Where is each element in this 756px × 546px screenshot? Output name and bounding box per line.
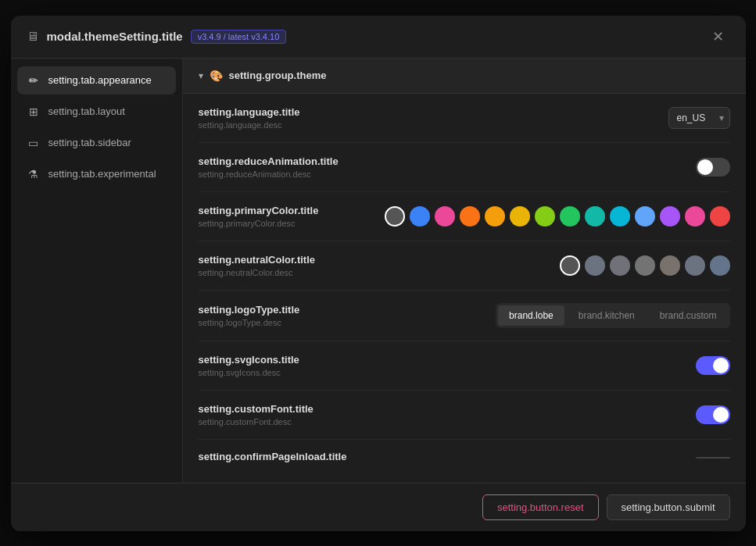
color-dot-8[interactable] xyxy=(585,206,605,227)
neutral-dot-4[interactable] xyxy=(660,255,680,276)
neutral-color-dots xyxy=(560,255,730,276)
experimental-icon: ⚗ xyxy=(27,168,41,180)
version-badge: v3.4.9 / latest v3.4.10 xyxy=(191,30,287,44)
logo-type-title: setting.logoType.title xyxy=(199,304,496,316)
color-dot-5[interactable] xyxy=(510,206,530,227)
modal-header-left: 🖥 modal.themeSetting.title v3.4.9 / late… xyxy=(27,30,287,44)
setting-info-neutral-color: setting.neutralColor.title setting.neutr… xyxy=(199,254,560,277)
primary-color-title: setting.primaryColor.title xyxy=(199,205,385,216)
neutral-dot-2[interactable] xyxy=(610,255,630,276)
logo-button-group: brand.lobe brand.kitchen brand.custom xyxy=(496,303,729,328)
modal-overlay: 🖥 modal.themeSetting.title v3.4.9 / late… xyxy=(0,0,756,546)
language-select-wrapper: en_US zh_CN zh_TW ja ko xyxy=(668,107,730,129)
reduce-animation-toggle[interactable] xyxy=(696,158,730,177)
group-title: setting.group.theme xyxy=(229,70,327,81)
setting-row-custom-font: setting.customFont.title setting.customF… xyxy=(199,391,730,440)
neutral-dot-0[interactable] xyxy=(560,255,580,276)
color-dot-7[interactable] xyxy=(560,206,580,227)
chevron-down-icon: ▾ xyxy=(199,70,203,81)
modal-title: modal.themeSetting.title xyxy=(47,30,183,43)
sidebar-item-layout-label: setting.tab.layout xyxy=(48,105,125,117)
group-header: ▾ 🎨 setting.group.theme xyxy=(183,59,746,94)
setting-row-reduce-animation: setting.reduceAnimation.title setting.re… xyxy=(199,143,730,192)
color-dot-6[interactable] xyxy=(535,206,555,227)
partial-line xyxy=(696,457,730,459)
reset-button[interactable]: setting.button.reset xyxy=(482,494,599,520)
confirm-page-control xyxy=(696,457,730,459)
setting-row-language: setting.language.title setting.language.… xyxy=(199,94,730,143)
sidebar-item-layout[interactable]: ⊞ setting.tab.layout xyxy=(17,98,176,126)
custom-font-title: setting.customFont.title xyxy=(199,403,696,415)
modal: 🖥 modal.themeSetting.title v3.4.9 / late… xyxy=(11,16,746,531)
reduce-animation-desc: setting.reduceAnimation.desc xyxy=(199,170,696,179)
setting-info-reduce-animation: setting.reduceAnimation.title setting.re… xyxy=(199,155,696,179)
setting-row-confirm-page: setting.confirmPageInload.title xyxy=(199,440,730,471)
sidebar-item-appearance-label: setting.tab.appearance xyxy=(48,74,152,86)
modal-header: 🖥 modal.themeSetting.title v3.4.9 / late… xyxy=(11,16,746,59)
color-dot-10[interactable] xyxy=(635,206,655,227)
color-dot-4[interactable] xyxy=(485,206,505,227)
layout-icon: ⊞ xyxy=(27,105,41,118)
neutral-color-title: setting.neutralColor.title xyxy=(199,254,560,266)
svg-icons-title: setting.svgIcons.title xyxy=(199,354,696,366)
reduce-animation-title: setting.reduceAnimation.title xyxy=(199,155,696,167)
svg-icons-toggle[interactable] xyxy=(696,356,730,375)
primary-color-control xyxy=(385,206,730,227)
appearance-icon: ✏ xyxy=(27,74,41,87)
logo-type-control: brand.lobe brand.kitchen brand.custom xyxy=(496,303,729,328)
sidebar-item-experimental-label: setting.tab.experimental xyxy=(48,168,156,180)
neutral-dot-3[interactable] xyxy=(635,255,655,276)
modal-title-icon: 🖥 xyxy=(27,30,39,44)
custom-font-desc: setting.customFont.desc xyxy=(199,417,696,426)
svg-icons-desc: setting.svgIcons.desc xyxy=(199,368,696,377)
color-dot-13[interactable] xyxy=(710,206,730,227)
logo-type-desc: setting.logoType.desc xyxy=(199,318,496,327)
setting-row-primary-color: setting.primaryColor.title setting.prima… xyxy=(199,192,730,241)
settings-list: setting.language.title setting.language.… xyxy=(183,94,746,471)
color-dot-1[interactable] xyxy=(410,206,430,227)
confirm-page-title: setting.confirmPageInload.title xyxy=(199,451,696,462)
setting-info-svg-icons: setting.svgIcons.title setting.svgIcons.… xyxy=(199,354,696,377)
neutral-dot-5[interactable] xyxy=(685,255,705,276)
color-dot-3[interactable] xyxy=(460,206,480,227)
svg-icons-control xyxy=(696,356,730,375)
sidebar: ✏ setting.tab.appearance ⊞ setting.tab.l… xyxy=(11,59,183,483)
color-dot-9[interactable] xyxy=(610,206,630,227)
primary-color-desc: setting.primaryColor.desc xyxy=(199,219,385,228)
sidebar-icon-img: ▭ xyxy=(27,137,41,149)
language-select[interactable]: en_US zh_CN zh_TW ja ko xyxy=(668,107,730,129)
color-dot-12[interactable] xyxy=(685,206,705,227)
primary-color-dots xyxy=(385,206,730,227)
language-title: setting.language.title xyxy=(199,106,668,118)
language-desc: setting.language.desc xyxy=(199,120,668,130)
setting-info-primary-color: setting.primaryColor.title setting.prima… xyxy=(199,205,385,228)
logo-btn-kitchen[interactable]: brand.kitchen xyxy=(568,305,646,326)
sidebar-item-appearance[interactable]: ✏ setting.tab.appearance xyxy=(17,66,176,95)
setting-info-confirm-page: setting.confirmPageInload.title xyxy=(199,451,696,465)
custom-font-control xyxy=(696,405,730,424)
language-control: en_US zh_CN zh_TW ja ko xyxy=(668,107,730,129)
sidebar-item-sidebar[interactable]: ▭ setting.tab.sidebar xyxy=(17,129,176,157)
neutral-color-control xyxy=(560,255,730,276)
setting-info-custom-font: setting.customFont.title setting.customF… xyxy=(199,403,696,426)
sidebar-item-experimental[interactable]: ⚗ setting.tab.experimental xyxy=(17,160,176,188)
neutral-dot-1[interactable] xyxy=(585,255,605,276)
settings-content: ▾ 🎨 setting.group.theme setting.language… xyxy=(183,59,746,483)
submit-button[interactable]: setting.button.submit xyxy=(607,494,730,520)
color-dot-2[interactable] xyxy=(435,206,455,227)
setting-row-logo-type: setting.logoType.title setting.logoType.… xyxy=(199,291,730,341)
close-button[interactable]: ✕ xyxy=(706,25,730,48)
logo-btn-custom[interactable]: brand.custom xyxy=(649,305,728,326)
color-dot-11[interactable] xyxy=(660,206,680,227)
custom-font-toggle[interactable] xyxy=(696,405,730,424)
setting-info-logo-type: setting.logoType.title setting.logoType.… xyxy=(199,304,496,327)
setting-row-neutral-color: setting.neutralColor.title setting.neutr… xyxy=(199,241,730,291)
logo-btn-lobe[interactable]: brand.lobe xyxy=(498,305,564,326)
palette-icon: 🎨 xyxy=(210,70,223,82)
neutral-dot-6[interactable] xyxy=(710,255,730,276)
sidebar-item-sidebar-label: setting.tab.sidebar xyxy=(48,137,131,148)
modal-footer: setting.button.reset setting.button.subm… xyxy=(11,483,746,531)
modal-body: ✏ setting.tab.appearance ⊞ setting.tab.l… xyxy=(11,59,746,483)
color-dot-0[interactable] xyxy=(385,206,405,227)
setting-info-language: setting.language.title setting.language.… xyxy=(199,106,668,130)
